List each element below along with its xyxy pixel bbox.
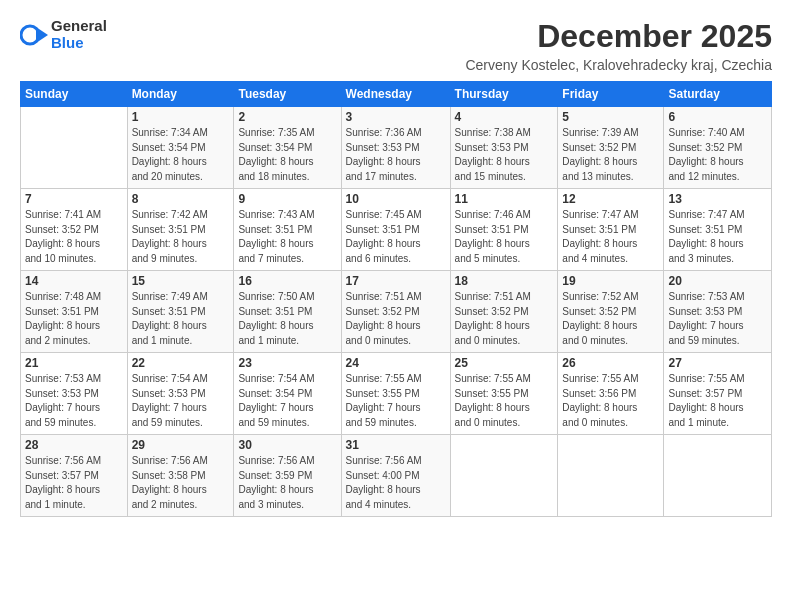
subtitle: Cerveny Kostelec, Kralovehradecky kraj, … (465, 57, 772, 73)
calendar-cell: 17Sunrise: 7:51 AMSunset: 3:52 PMDayligh… (341, 271, 450, 353)
calendar-cell: 6Sunrise: 7:40 AMSunset: 3:52 PMDaylight… (664, 107, 772, 189)
day-info: Sunrise: 7:49 AMSunset: 3:51 PMDaylight:… (132, 290, 230, 348)
day-info: Sunrise: 7:55 AMSunset: 3:57 PMDaylight:… (668, 372, 767, 430)
calendar-cell: 24Sunrise: 7:55 AMSunset: 3:55 PMDayligh… (341, 353, 450, 435)
day-info: Sunrise: 7:55 AMSunset: 3:55 PMDaylight:… (455, 372, 554, 430)
calendar-cell: 16Sunrise: 7:50 AMSunset: 3:51 PMDayligh… (234, 271, 341, 353)
day-number: 11 (455, 192, 554, 206)
col-header-tuesday: Tuesday (234, 82, 341, 107)
page: General Blue December 2025 Cerveny Koste… (0, 0, 792, 527)
day-number: 16 (238, 274, 336, 288)
day-info: Sunrise: 7:53 AMSunset: 3:53 PMDaylight:… (668, 290, 767, 348)
day-number: 10 (346, 192, 446, 206)
day-number: 31 (346, 438, 446, 452)
col-header-wednesday: Wednesday (341, 82, 450, 107)
day-info: Sunrise: 7:54 AMSunset: 3:53 PMDaylight:… (132, 372, 230, 430)
day-info: Sunrise: 7:47 AMSunset: 3:51 PMDaylight:… (668, 208, 767, 266)
calendar-cell: 18Sunrise: 7:51 AMSunset: 3:52 PMDayligh… (450, 271, 558, 353)
day-info: Sunrise: 7:43 AMSunset: 3:51 PMDaylight:… (238, 208, 336, 266)
day-info: Sunrise: 7:56 AMSunset: 4:00 PMDaylight:… (346, 454, 446, 512)
logo-icon (20, 21, 48, 49)
calendar-cell: 4Sunrise: 7:38 AMSunset: 3:53 PMDaylight… (450, 107, 558, 189)
calendar-cell: 27Sunrise: 7:55 AMSunset: 3:57 PMDayligh… (664, 353, 772, 435)
col-header-friday: Friday (558, 82, 664, 107)
day-info: Sunrise: 7:55 AMSunset: 3:56 PMDaylight:… (562, 372, 659, 430)
header: General Blue December 2025 Cerveny Koste… (20, 18, 772, 73)
calendar-cell: 8Sunrise: 7:42 AMSunset: 3:51 PMDaylight… (127, 189, 234, 271)
calendar-cell: 11Sunrise: 7:46 AMSunset: 3:51 PMDayligh… (450, 189, 558, 271)
calendar-cell: 26Sunrise: 7:55 AMSunset: 3:56 PMDayligh… (558, 353, 664, 435)
col-header-saturday: Saturday (664, 82, 772, 107)
day-info: Sunrise: 7:40 AMSunset: 3:52 PMDaylight:… (668, 126, 767, 184)
day-number: 7 (25, 192, 123, 206)
day-info: Sunrise: 7:56 AMSunset: 3:57 PMDaylight:… (25, 454, 123, 512)
day-number: 5 (562, 110, 659, 124)
day-info: Sunrise: 7:38 AMSunset: 3:53 PMDaylight:… (455, 126, 554, 184)
day-info: Sunrise: 7:39 AMSunset: 3:52 PMDaylight:… (562, 126, 659, 184)
calendar-cell: 15Sunrise: 7:49 AMSunset: 3:51 PMDayligh… (127, 271, 234, 353)
calendar-cell (21, 107, 128, 189)
week-row-2: 14Sunrise: 7:48 AMSunset: 3:51 PMDayligh… (21, 271, 772, 353)
calendar-table: SundayMondayTuesdayWednesdayThursdayFrid… (20, 81, 772, 517)
day-number: 27 (668, 356, 767, 370)
calendar-cell: 2Sunrise: 7:35 AMSunset: 3:54 PMDaylight… (234, 107, 341, 189)
calendar-cell (558, 435, 664, 517)
calendar-cell: 20Sunrise: 7:53 AMSunset: 3:53 PMDayligh… (664, 271, 772, 353)
calendar-cell (450, 435, 558, 517)
header-row: SundayMondayTuesdayWednesdayThursdayFrid… (21, 82, 772, 107)
calendar-cell: 30Sunrise: 7:56 AMSunset: 3:59 PMDayligh… (234, 435, 341, 517)
day-number: 19 (562, 274, 659, 288)
day-number: 25 (455, 356, 554, 370)
day-number: 29 (132, 438, 230, 452)
svg-marker-1 (36, 27, 48, 43)
logo: General Blue (20, 18, 107, 51)
day-number: 3 (346, 110, 446, 124)
calendar-cell: 5Sunrise: 7:39 AMSunset: 3:52 PMDaylight… (558, 107, 664, 189)
calendar-cell (664, 435, 772, 517)
day-info: Sunrise: 7:56 AMSunset: 3:58 PMDaylight:… (132, 454, 230, 512)
calendar-cell: 22Sunrise: 7:54 AMSunset: 3:53 PMDayligh… (127, 353, 234, 435)
week-row-1: 7Sunrise: 7:41 AMSunset: 3:52 PMDaylight… (21, 189, 772, 271)
day-number: 13 (668, 192, 767, 206)
day-info: Sunrise: 7:56 AMSunset: 3:59 PMDaylight:… (238, 454, 336, 512)
day-number: 24 (346, 356, 446, 370)
logo-blue-label: Blue (51, 35, 107, 52)
day-number: 9 (238, 192, 336, 206)
calendar-cell: 13Sunrise: 7:47 AMSunset: 3:51 PMDayligh… (664, 189, 772, 271)
day-number: 15 (132, 274, 230, 288)
day-number: 21 (25, 356, 123, 370)
day-info: Sunrise: 7:42 AMSunset: 3:51 PMDaylight:… (132, 208, 230, 266)
day-number: 12 (562, 192, 659, 206)
col-header-monday: Monday (127, 82, 234, 107)
calendar-cell: 23Sunrise: 7:54 AMSunset: 3:54 PMDayligh… (234, 353, 341, 435)
day-info: Sunrise: 7:36 AMSunset: 3:53 PMDaylight:… (346, 126, 446, 184)
day-info: Sunrise: 7:52 AMSunset: 3:52 PMDaylight:… (562, 290, 659, 348)
day-number: 30 (238, 438, 336, 452)
calendar-cell: 31Sunrise: 7:56 AMSunset: 4:00 PMDayligh… (341, 435, 450, 517)
day-number: 28 (25, 438, 123, 452)
logo-text: General Blue (51, 18, 107, 51)
day-number: 8 (132, 192, 230, 206)
week-row-4: 28Sunrise: 7:56 AMSunset: 3:57 PMDayligh… (21, 435, 772, 517)
week-row-3: 21Sunrise: 7:53 AMSunset: 3:53 PMDayligh… (21, 353, 772, 435)
day-info: Sunrise: 7:50 AMSunset: 3:51 PMDaylight:… (238, 290, 336, 348)
day-number: 2 (238, 110, 336, 124)
day-info: Sunrise: 7:35 AMSunset: 3:54 PMDaylight:… (238, 126, 336, 184)
calendar-cell: 14Sunrise: 7:48 AMSunset: 3:51 PMDayligh… (21, 271, 128, 353)
calendar-cell: 10Sunrise: 7:45 AMSunset: 3:51 PMDayligh… (341, 189, 450, 271)
col-header-thursday: Thursday (450, 82, 558, 107)
day-info: Sunrise: 7:53 AMSunset: 3:53 PMDaylight:… (25, 372, 123, 430)
day-number: 4 (455, 110, 554, 124)
calendar-cell: 7Sunrise: 7:41 AMSunset: 3:52 PMDaylight… (21, 189, 128, 271)
day-info: Sunrise: 7:55 AMSunset: 3:55 PMDaylight:… (346, 372, 446, 430)
logo-general-label: General (51, 18, 107, 35)
day-number: 6 (668, 110, 767, 124)
col-header-sunday: Sunday (21, 82, 128, 107)
day-info: Sunrise: 7:46 AMSunset: 3:51 PMDaylight:… (455, 208, 554, 266)
calendar-cell: 19Sunrise: 7:52 AMSunset: 3:52 PMDayligh… (558, 271, 664, 353)
day-info: Sunrise: 7:41 AMSunset: 3:52 PMDaylight:… (25, 208, 123, 266)
day-number: 22 (132, 356, 230, 370)
day-info: Sunrise: 7:48 AMSunset: 3:51 PMDaylight:… (25, 290, 123, 348)
day-number: 1 (132, 110, 230, 124)
calendar-cell: 25Sunrise: 7:55 AMSunset: 3:55 PMDayligh… (450, 353, 558, 435)
